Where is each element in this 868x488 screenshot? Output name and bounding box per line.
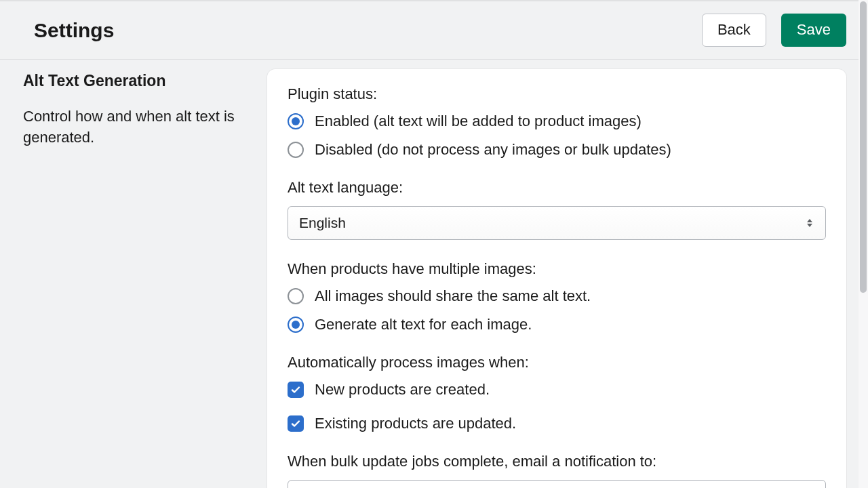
notification-email-input[interactable]	[288, 480, 826, 488]
content-area: Alt Text Generation Control how and when…	[0, 60, 868, 488]
header-actions: Back Save	[702, 14, 846, 46]
language-select-wrapper: English	[288, 206, 826, 240]
checkbox-icon	[288, 415, 304, 432]
language-label: Alt text language:	[288, 179, 826, 197]
radio-label: Generate alt text for each image.	[315, 316, 532, 333]
plugin-status-group: Plugin status: Enabled (alt text will be…	[288, 85, 826, 159]
checkbox-label: New products are created.	[315, 381, 490, 399]
plugin-status-label: Plugin status:	[288, 85, 826, 103]
notification-group: When bulk update jobs complete, email a …	[288, 453, 826, 488]
radio-icon	[288, 113, 304, 129]
auto-process-new-option[interactable]: New products are created.	[288, 381, 826, 399]
plugin-status-disabled-option[interactable]: Disabled (do not process any images or b…	[288, 141, 826, 159]
radio-icon	[288, 142, 304, 158]
plugin-status-enabled-option[interactable]: Enabled (alt text will be added to produ…	[288, 113, 826, 130]
section-title: Alt Text Generation	[23, 72, 248, 90]
checkmark-icon	[290, 418, 301, 429]
radio-icon	[288, 288, 304, 304]
auto-process-existing-option[interactable]: Existing products are updated.	[288, 415, 826, 432]
page-title: Settings	[34, 19, 114, 42]
radio-label: Enabled (alt text will be added to produ…	[315, 113, 642, 130]
radio-label: All images should share the same alt tex…	[315, 287, 591, 305]
multiple-images-shared-option[interactable]: All images should share the same alt tex…	[288, 287, 826, 305]
auto-process-group: Automatically process images when: New p…	[288, 354, 826, 432]
multiple-images-each-option[interactable]: Generate alt text for each image.	[288, 316, 826, 333]
save-button[interactable]: Save	[781, 14, 846, 46]
section-sidebar: Alt Text Generation Control how and when…	[23, 69, 248, 488]
radio-icon	[288, 317, 304, 333]
back-button[interactable]: Back	[702, 14, 766, 46]
header-bar: Settings Back Save	[0, 0, 868, 60]
auto-process-label: Automatically process images when:	[288, 354, 826, 371]
checkbox-label: Existing products are updated.	[315, 415, 516, 432]
checkmark-icon	[290, 384, 301, 395]
scrollbar-thumb[interactable]	[860, 1, 867, 293]
settings-card: Plugin status: Enabled (alt text will be…	[267, 69, 846, 488]
vertical-scrollbar[interactable]	[859, 0, 868, 488]
multiple-images-group: When products have multiple images: All …	[288, 260, 826, 333]
language-select[interactable]: English	[288, 206, 826, 240]
section-description: Control how and when alt text is generat…	[23, 106, 248, 148]
checkbox-icon	[288, 382, 304, 398]
multiple-images-label: When products have multiple images:	[288, 260, 826, 278]
notification-label: When bulk update jobs complete, email a …	[288, 453, 826, 470]
language-group: Alt text language: English	[288, 179, 826, 240]
radio-label: Disabled (do not process any images or b…	[315, 141, 671, 159]
